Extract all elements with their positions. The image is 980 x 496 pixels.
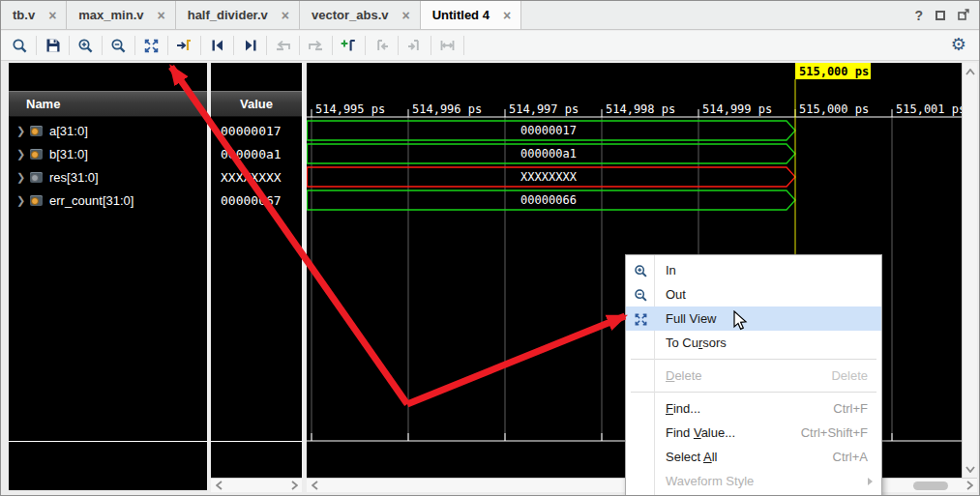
menu-item-full-view[interactable]: Full View <box>626 306 881 331</box>
menu-item-label: Waveform Style <box>666 474 754 488</box>
svg-text:00000066: 00000066 <box>520 193 577 207</box>
tab-close-icon[interactable]: × <box>158 9 165 22</box>
waveform-toolbar: ⚙ <box>1 31 979 61</box>
signal-row[interactable]: ❯res[31:0] <box>9 165 207 189</box>
tab-tb-v[interactable]: tb.v× <box>1 1 67 29</box>
zoom-to-cursor-button[interactable] <box>172 34 196 57</box>
tab-label: max_min.v <box>78 8 143 22</box>
expand-chevron-icon[interactable]: ❯ <box>16 171 30 184</box>
toolbar-separator <box>463 36 464 55</box>
toolbar-separator <box>431 36 431 55</box>
signal-row[interactable]: ❯a[31:0] <box>9 119 207 142</box>
menu-item-label: Delete <box>666 368 702 383</box>
tab-close-icon[interactable]: × <box>503 9 511 22</box>
name-column-header[interactable]: Name <box>9 91 207 117</box>
signal-row[interactable]: ❯err_count[31:0] <box>9 189 207 212</box>
value-header-label: Value <box>240 97 273 111</box>
tab-label: vector_abs.v <box>312 8 389 22</box>
add-marker-button[interactable] <box>337 34 361 57</box>
scroll-down-icon[interactable] <box>965 463 976 475</box>
signal-name: err_count[31:0] <box>49 193 134 208</box>
menu-item-label: Find Value... <box>666 425 735 440</box>
signal-name: res[31:0] <box>49 170 99 185</box>
next-marker-button <box>402 34 427 57</box>
save-button[interactable] <box>41 34 65 57</box>
zoom-fit-icon <box>632 310 649 328</box>
search-button[interactable] <box>8 34 32 57</box>
tab-label: half_divider.v <box>188 8 268 22</box>
expand-chevron-icon[interactable]: ❯ <box>16 194 30 207</box>
menu-item-to-cursors[interactable]: To Cursors <box>626 331 881 355</box>
expand-chevron-icon[interactable]: ❯ <box>16 125 30 137</box>
menu-item-out[interactable]: Out <box>626 282 881 306</box>
toolbar-separator <box>36 36 37 55</box>
tab-untitled-4[interactable]: Untitled 4× <box>421 1 521 29</box>
scroll-right-icon[interactable] <box>288 480 300 491</box>
value-column-header[interactable]: Value <box>211 91 302 117</box>
menu-item-label: Full View <box>666 311 717 326</box>
value-horizontal-scrollbar[interactable] <box>211 478 302 492</box>
settings-gear-icon[interactable]: ⚙ <box>951 34 966 55</box>
menu-shortcut: Ctrl+F <box>833 401 868 416</box>
signal-value: XXXXXXXX <box>211 165 302 189</box>
toolbar-separator <box>233 36 234 55</box>
toolbar-separator <box>365 36 366 55</box>
signal-value: 00000067 <box>211 189 302 212</box>
tab-close-icon[interactable]: × <box>48 9 56 22</box>
previous-transition-button[interactable] <box>205 34 229 57</box>
scroll-left-icon[interactable] <box>213 480 224 491</box>
bus-signal-icon <box>30 126 43 136</box>
zoom-in-button[interactable] <box>74 34 98 57</box>
zoom-in-icon <box>632 262 649 279</box>
svg-text:515,001 ps: 515,001 ps <box>896 102 962 116</box>
waveform-vertical-scrollbar[interactable] <box>962 63 977 478</box>
svg-text:00000017: 00000017 <box>520 124 577 137</box>
maximize-icon[interactable] <box>935 11 945 20</box>
menu-item-waveform-style: Waveform Style <box>626 469 881 493</box>
scroll-left-icon[interactable] <box>309 480 320 491</box>
scroll-up-icon[interactable] <box>965 66 976 77</box>
swap-cursor-previous-button <box>271 34 295 57</box>
menu-item-select-all[interactable]: Select AllCtrl+A <box>626 445 881 469</box>
toolbar-separator <box>102 36 103 55</box>
help-icon[interactable]: ? <box>914 8 923 23</box>
bus-signal-icon <box>30 195 43 206</box>
signal-value-panel: Value 00000017000000a1XXXXXXXX00000067 <box>211 63 302 478</box>
menu-item-find[interactable]: Find...Ctrl+F <box>626 396 881 421</box>
toolbar-separator <box>200 36 201 55</box>
zoom-fit-button[interactable] <box>139 34 163 57</box>
tab-close-icon[interactable]: × <box>401 9 409 22</box>
signal-value: 000000a1 <box>211 142 302 165</box>
tab-close-icon[interactable]: × <box>282 9 289 22</box>
name-panel-baseline <box>9 441 207 442</box>
tab-max-min-v[interactable]: max_min.v× <box>67 1 175 29</box>
scrollbar-thumb[interactable] <box>913 481 948 490</box>
menu-item-find-value[interactable]: Find Value...Ctrl+Shift+F <box>626 421 881 445</box>
menu-separator <box>631 392 876 393</box>
menu-item-label: In <box>666 263 676 277</box>
toolbar-separator <box>299 36 300 55</box>
zoom-out-button[interactable] <box>106 34 131 57</box>
expand-chevron-icon[interactable]: ❯ <box>16 148 30 160</box>
window-controls: ? <box>914 1 969 30</box>
zoom-out-icon <box>632 286 649 304</box>
name-header-label: Name <box>26 97 60 111</box>
bus-signal-icon <box>30 172 43 183</box>
tab-bar: tb.v×max_min.v×half_divider.v×vector_abs… <box>1 1 979 30</box>
signal-row[interactable]: ❯b[31:0] <box>9 142 207 165</box>
float-icon[interactable] <box>958 7 969 24</box>
menu-item-in[interactable]: In <box>626 258 881 282</box>
toolbar-separator <box>167 36 168 55</box>
scroll-right-icon[interactable] <box>964 480 975 491</box>
svg-text:514,995 ps: 514,995 ps <box>315 102 385 116</box>
tab-vector-abs-v[interactable]: vector_abs.v× <box>300 1 421 29</box>
signal-value: 00000017 <box>211 119 302 142</box>
tab-half-divider-v[interactable]: half_divider.v× <box>176 1 300 29</box>
tab-label: Untitled 4 <box>432 8 490 22</box>
menu-item-label: Out <box>666 287 686 302</box>
value-panel-baseline <box>211 441 302 442</box>
svg-text:514,999 ps: 514,999 ps <box>702 102 772 116</box>
toolbar-separator <box>134 36 135 55</box>
next-transition-button[interactable] <box>238 34 262 57</box>
svg-text:514,997 ps: 514,997 ps <box>509 102 579 116</box>
